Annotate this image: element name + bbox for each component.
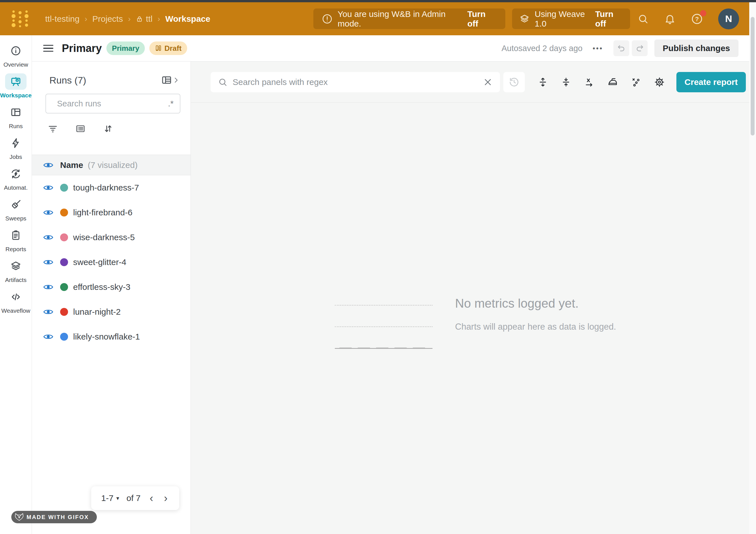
run-name[interactable]: light-firebrand-6 bbox=[73, 208, 132, 217]
filter-icon[interactable] bbox=[48, 123, 58, 134]
more-options-icon[interactable]: ••• bbox=[593, 44, 603, 52]
undo-icon bbox=[617, 44, 626, 52]
sidebar-item-label: Sweeps bbox=[5, 215, 27, 222]
gifox-label: MADE WITH GIFOX bbox=[27, 514, 89, 521]
run-color-dot bbox=[60, 333, 68, 341]
bell-icon[interactable] bbox=[664, 13, 676, 25]
help-icon[interactable]: ? bbox=[691, 13, 703, 25]
expand-panels-icon[interactable] bbox=[538, 77, 548, 87]
page-range-dropdown[interactable]: 1-7 ▾ bbox=[101, 494, 119, 503]
run-name[interactable]: lunar-night-2 bbox=[73, 307, 121, 317]
run-row[interactable]: likely-snowflake-1 bbox=[32, 324, 191, 349]
avatar[interactable]: N bbox=[718, 9, 739, 29]
sidebar-item[interactable]: Runs bbox=[0, 104, 32, 129]
breadcrumb-label[interactable]: Projects bbox=[92, 14, 123, 24]
prev-page-button[interactable]: ‹ bbox=[148, 493, 155, 503]
expand-runs-table-button[interactable] bbox=[161, 74, 179, 86]
publish-changes-button[interactable]: Publish changes bbox=[654, 40, 739, 57]
run-row[interactable]: tough-darkness-7 bbox=[32, 175, 191, 200]
run-row[interactable]: lunar-night-2 bbox=[32, 300, 191, 324]
eye-icon[interactable] bbox=[43, 209, 53, 216]
run-name[interactable]: likely-snowflake-1 bbox=[73, 332, 140, 341]
empty-state-subtitle: Charts will appear here as data is logge… bbox=[455, 322, 616, 332]
breadcrumb-item[interactable]: Projects › bbox=[92, 14, 136, 24]
breadcrumb-item[interactable]: ttl-testing › bbox=[45, 14, 92, 24]
regex-toggle-icon[interactable]: .* bbox=[168, 99, 174, 108]
redo-icon bbox=[635, 44, 644, 52]
search-icon[interactable] bbox=[637, 13, 649, 25]
breadcrumb-label[interactable]: ttl bbox=[146, 14, 152, 24]
eye-icon[interactable] bbox=[43, 308, 53, 315]
eye-icon[interactable] bbox=[43, 184, 53, 191]
sort-icon[interactable] bbox=[103, 123, 113, 134]
run-row[interactable]: sweet-glitter-4 bbox=[32, 250, 191, 275]
panel-search-input[interactable] bbox=[232, 77, 478, 87]
svg-text:?: ? bbox=[695, 15, 699, 22]
weave-banner: Using Weave 1.0 Turn off bbox=[512, 9, 630, 29]
runs-panel: Runs (7) .* Name bbox=[32, 62, 191, 534]
panel-history-button[interactable] bbox=[503, 72, 525, 92]
sidebar-item-label: Automat. bbox=[4, 184, 28, 191]
breadcrumb-item[interactable]: ttl › bbox=[136, 14, 165, 24]
run-name[interactable]: effortless-sky-3 bbox=[73, 282, 130, 292]
run-row[interactable]: wise-darkness-5 bbox=[32, 225, 191, 250]
run-name[interactable]: tough-darkness-7 bbox=[73, 183, 139, 193]
run-name[interactable]: sweet-glitter-4 bbox=[73, 257, 126, 267]
eye-icon[interactable] bbox=[43, 161, 53, 169]
notification-dot bbox=[700, 10, 706, 16]
sidebar-item-icon bbox=[5, 42, 27, 59]
runs-column-name[interactable]: Name bbox=[60, 160, 83, 170]
sidebar-item[interactable]: Weaveflow bbox=[0, 289, 32, 314]
weave-turn-off-button[interactable]: Turn off bbox=[595, 9, 623, 29]
undo-button[interactable] bbox=[613, 40, 629, 56]
sidebar-item-icon bbox=[5, 135, 27, 151]
page-scrollbar[interactable] bbox=[749, 2, 756, 534]
table-icon bbox=[161, 74, 173, 86]
search-icon bbox=[218, 77, 228, 87]
sidebar-item[interactable]: Automat. bbox=[0, 166, 32, 191]
breadcrumb-item[interactable]: Workspace bbox=[165, 14, 221, 24]
scrollbar-thumb[interactable] bbox=[751, 17, 755, 136]
clear-search-icon[interactable] bbox=[483, 77, 493, 87]
sidebar-item-icon bbox=[5, 227, 27, 244]
sidebar-item[interactable]: Artifacts bbox=[0, 258, 32, 283]
breadcrumb-label[interactable]: ttl-testing bbox=[45, 14, 80, 24]
sidebar-item-label: Workspace bbox=[0, 92, 32, 99]
sidebar-item[interactable]: Workspace bbox=[0, 73, 32, 99]
collapse-panels-icon[interactable] bbox=[561, 77, 571, 87]
sidebar-item[interactable]: Overview bbox=[0, 42, 32, 68]
primary-badge: Primary bbox=[106, 41, 145, 55]
sidebar-item[interactable]: Reports bbox=[0, 227, 32, 253]
panels-main-area: Create report No metrics logged yet. Cha… bbox=[191, 62, 756, 534]
create-report-button[interactable]: Create report bbox=[676, 72, 746, 92]
weave-layers-icon bbox=[520, 14, 529, 24]
eye-icon[interactable] bbox=[43, 258, 53, 266]
lock-icon bbox=[136, 15, 143, 23]
run-color-dot bbox=[60, 308, 68, 316]
sidebar-item[interactable]: Sweeps bbox=[0, 197, 32, 222]
redo-button[interactable] bbox=[632, 40, 648, 56]
eye-icon[interactable] bbox=[43, 234, 53, 241]
smoothing-iron-icon[interactable] bbox=[607, 77, 618, 88]
run-color-dot bbox=[60, 258, 68, 266]
breadcrumb-label[interactable]: Workspace bbox=[165, 14, 210, 24]
menu-icon[interactable] bbox=[43, 45, 53, 52]
x-axis-settings-icon[interactable] bbox=[584, 77, 594, 87]
wandb-logo-icon[interactable] bbox=[11, 9, 29, 29]
eye-icon[interactable] bbox=[43, 333, 53, 340]
run-name[interactable]: wise-darkness-5 bbox=[73, 232, 135, 242]
next-page-button[interactable]: › bbox=[162, 493, 169, 503]
sidebar-item[interactable]: Jobs bbox=[0, 135, 32, 160]
admin-turn-off-button[interactable]: Turn off bbox=[468, 9, 497, 29]
draft-badge: Draft bbox=[149, 41, 187, 55]
run-row[interactable]: light-firebrand-6 bbox=[32, 200, 191, 225]
runs-search-input[interactable] bbox=[57, 99, 163, 108]
eye-icon[interactable] bbox=[43, 283, 53, 291]
group-list-icon[interactable] bbox=[75, 123, 86, 134]
settings-gear-icon[interactable] bbox=[654, 77, 665, 88]
panel-search-box bbox=[211, 72, 500, 92]
breadcrumb: ttl-testing › Projects › ttl › Workspace bbox=[45, 14, 221, 24]
panels-toolbar: Create report bbox=[191, 62, 756, 103]
run-row[interactable]: effortless-sky-3 bbox=[32, 275, 191, 300]
outliers-scatter-icon[interactable] bbox=[631, 77, 641, 87]
